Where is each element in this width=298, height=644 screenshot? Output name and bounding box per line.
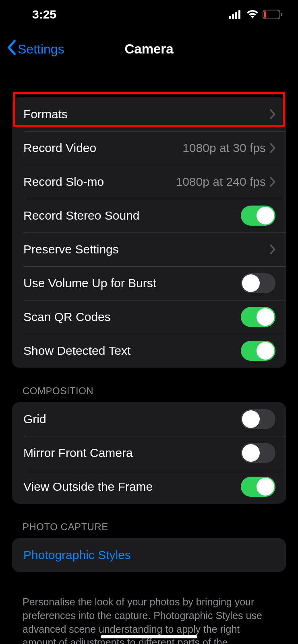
toggle-volume-up-burst[interactable] bbox=[241, 273, 275, 293]
back-button[interactable]: Settings bbox=[7, 40, 64, 58]
chevron-right-icon bbox=[270, 245, 275, 254]
status-bar: 3:25 bbox=[0, 0, 298, 29]
row-show-detected-text: Show Detected Text bbox=[12, 334, 286, 368]
toggle-grid[interactable] bbox=[241, 409, 275, 429]
row-label: Use Volume Up for Burst bbox=[23, 276, 241, 290]
svg-rect-6 bbox=[281, 13, 282, 16]
row-volume-up-burst: Use Volume Up for Burst bbox=[12, 266, 286, 300]
row-record-stereo-sound: Record Stereo Sound bbox=[12, 199, 286, 232]
row-scan-qr-codes: Scan QR Codes bbox=[12, 300, 286, 334]
chevron-left-icon bbox=[7, 40, 16, 58]
row-label: Record Slo-mo bbox=[23, 175, 176, 189]
row-record-video[interactable]: Record Video 1080p at 30 fps bbox=[12, 131, 286, 165]
home-indicator[interactable] bbox=[101, 635, 197, 638]
settings-group-composition: Grid Mirror Front Camera View Outside th… bbox=[12, 402, 286, 504]
row-label: Scan QR Codes bbox=[23, 310, 241, 324]
group-header-photo-capture: PHOTO CAPTURE bbox=[0, 521, 298, 538]
nav-header: Settings Camera bbox=[0, 33, 298, 65]
group-header-composition: COMPOSITION bbox=[0, 385, 298, 402]
row-record-slomo[interactable]: Record Slo-mo 1080p at 240 fps bbox=[12, 165, 286, 199]
wifi-icon bbox=[246, 10, 259, 19]
row-mirror-front-camera: Mirror Front Camera bbox=[12, 436, 286, 470]
row-value: 1080p at 240 fps bbox=[176, 175, 266, 189]
row-label: Grid bbox=[23, 412, 241, 426]
toggle-show-detected-text[interactable] bbox=[241, 341, 275, 361]
row-formats[interactable]: Formats bbox=[12, 97, 286, 131]
row-label: View Outside the Frame bbox=[23, 480, 241, 494]
chevron-right-icon bbox=[270, 109, 275, 119]
status-icons bbox=[229, 10, 283, 19]
row-label: Formats bbox=[23, 107, 270, 121]
row-label: Record Video bbox=[23, 141, 182, 155]
toggle-mirror-front-camera[interactable] bbox=[241, 443, 275, 463]
row-label: Preserve Settings bbox=[23, 243, 270, 256]
row-label: Mirror Front Camera bbox=[23, 446, 241, 460]
toggle-record-stereo-sound[interactable] bbox=[241, 206, 275, 226]
row-label: Record Stereo Sound bbox=[23, 209, 241, 222]
row-grid: Grid bbox=[12, 402, 286, 436]
svg-rect-0 bbox=[229, 16, 231, 19]
svg-rect-2 bbox=[235, 12, 237, 19]
row-value: 1080p at 30 fps bbox=[182, 141, 266, 155]
svg-rect-5 bbox=[264, 11, 266, 18]
row-label: Show Detected Text bbox=[23, 344, 241, 358]
status-time: 3:25 bbox=[32, 8, 56, 21]
svg-rect-3 bbox=[238, 10, 240, 19]
row-label: Photographic Styles bbox=[23, 548, 275, 562]
back-label: Settings bbox=[18, 42, 64, 57]
settings-group-photo-capture: Photographic Styles bbox=[12, 538, 286, 572]
chevron-right-icon bbox=[270, 177, 275, 187]
row-preserve-settings[interactable]: Preserve Settings bbox=[12, 232, 286, 266]
cellular-signal-icon bbox=[229, 10, 242, 19]
svg-rect-1 bbox=[232, 14, 234, 19]
battery-low-icon bbox=[263, 10, 283, 19]
row-view-outside-frame: View Outside the Frame bbox=[12, 470, 286, 504]
row-photographic-styles[interactable]: Photographic Styles bbox=[12, 538, 286, 572]
toggle-scan-qr-codes[interactable] bbox=[241, 307, 275, 327]
settings-group-main: Formats Record Video 1080p at 30 fps Rec… bbox=[12, 97, 286, 368]
chevron-right-icon bbox=[270, 143, 275, 153]
toggle-view-outside-frame[interactable] bbox=[241, 477, 275, 497]
